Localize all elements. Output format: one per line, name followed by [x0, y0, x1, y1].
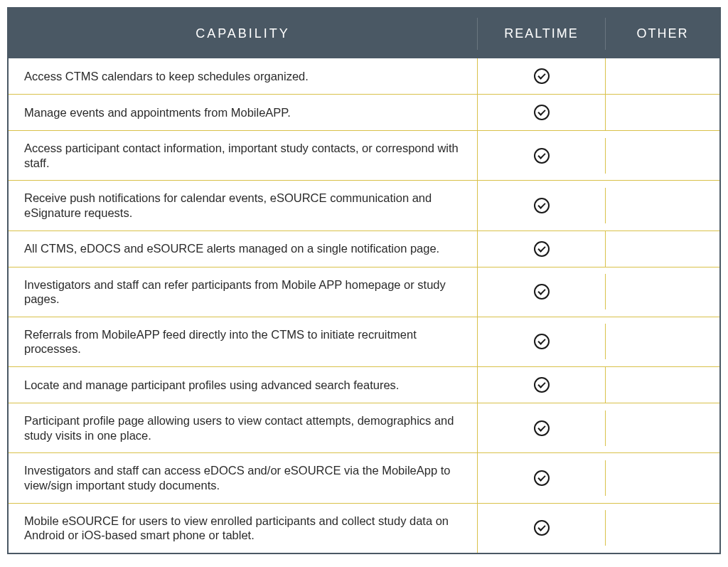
check-circle-icon	[534, 148, 550, 164]
cell-capability: Manage events and appointments from Mobi…	[9, 95, 478, 130]
cell-other	[606, 274, 719, 309]
cell-capability: Referrals from MobileAPP feed directly i…	[9, 317, 478, 366]
cell-capability: All CTMS, eDOCS and eSOURCE alerts manag…	[9, 231, 478, 267]
check-circle-icon	[534, 334, 550, 349]
table-row: Referrals from MobileAPP feed directly i…	[9, 317, 719, 367]
cell-realtime	[478, 510, 606, 546]
cell-capability: Investigators and staff can access eDOCS…	[9, 453, 478, 502]
cell-realtime	[478, 95, 606, 130]
table-row: Investigators and staff can refer partic…	[9, 267, 719, 317]
table-row: Investigators and staff can access eDOCS…	[9, 453, 719, 503]
header-realtime: REALTIME	[478, 18, 606, 50]
cell-other	[606, 510, 719, 546]
cell-other	[606, 367, 719, 403]
check-circle-icon	[534, 377, 550, 393]
cell-other	[606, 138, 719, 174]
check-circle-icon	[534, 520, 550, 536]
header-capability: CAPABILITY	[9, 18, 478, 50]
check-circle-icon	[534, 470, 550, 486]
table-row: Access CTMS calendars to keep schedules …	[9, 58, 719, 95]
cell-realtime	[478, 324, 606, 359]
cell-capability: Receive push notifications for calendar …	[9, 181, 478, 230]
cell-capability: Locate and manage participant profiles u…	[9, 367, 478, 403]
cell-capability: Access CTMS calendars to keep schedules …	[9, 58, 478, 94]
cell-realtime	[478, 367, 606, 403]
cell-capability: Mobile eSOURCE for users to view enrolle…	[9, 504, 478, 553]
table-row: Receive push notifications for calendar …	[9, 181, 719, 230]
check-circle-icon	[534, 68, 550, 84]
check-circle-icon	[534, 284, 550, 300]
cell-other	[606, 231, 719, 267]
cell-other	[606, 95, 719, 130]
table-row: Mobile eSOURCE for users to view enrolle…	[9, 504, 719, 553]
cell-other	[606, 324, 719, 359]
header-other: OTHER	[606, 18, 719, 50]
table-row: Locate and manage participant profiles u…	[9, 367, 719, 403]
table-row: Participant profile page allowing users …	[9, 403, 719, 453]
cell-realtime	[478, 410, 606, 446]
cell-realtime	[478, 138, 606, 174]
cell-realtime	[478, 274, 606, 309]
cell-capability: Participant profile page allowing users …	[9, 403, 478, 452]
check-circle-icon	[534, 420, 550, 436]
table-row: All CTMS, eDOCS and eSOURCE alerts manag…	[9, 231, 719, 267]
check-circle-icon	[534, 198, 550, 213]
cell-other	[606, 188, 719, 223]
cell-other	[606, 58, 719, 94]
cell-other	[606, 460, 719, 496]
capability-table: CAPABILITY REALTIME OTHER Access CTMS ca…	[7, 7, 721, 554]
cell-capability: Investigators and staff can refer partic…	[9, 267, 478, 317]
cell-realtime	[478, 231, 606, 267]
cell-realtime	[478, 460, 606, 496]
cell-realtime	[478, 188, 606, 223]
table-row: Manage events and appointments from Mobi…	[9, 95, 719, 131]
check-circle-icon	[534, 241, 550, 257]
check-circle-icon	[534, 105, 550, 120]
table-body: Access CTMS calendars to keep schedules …	[9, 58, 719, 553]
table-row: Access participant contact information, …	[9, 131, 719, 181]
cell-realtime	[478, 58, 606, 94]
cell-other	[606, 410, 719, 446]
table-header: CAPABILITY REALTIME OTHER	[9, 9, 719, 58]
cell-capability: Access participant contact information, …	[9, 131, 478, 180]
